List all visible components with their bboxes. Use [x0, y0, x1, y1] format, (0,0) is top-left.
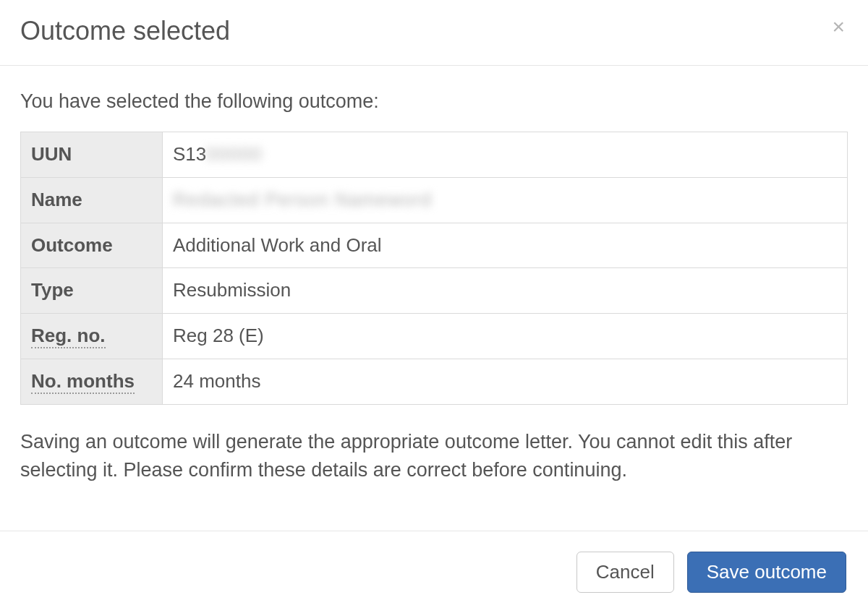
months-label: No. months [21, 359, 163, 404]
name-value: Redacted Person Nameword [163, 177, 848, 223]
outcome-value: Additional Work and Oral [163, 223, 848, 268]
uun-redacted: 00000 [206, 142, 262, 167]
close-icon[interactable]: × [829, 16, 848, 38]
months-value: 24 months [163, 359, 848, 404]
table-row: Reg. no. Reg 28 (E) [21, 314, 848, 359]
table-row: Type Resubmission [21, 268, 848, 314]
uun-label: UUN [21, 132, 163, 178]
modal-body: You have selected the following outcome:… [0, 66, 868, 492]
outcome-label: Outcome [21, 223, 163, 268]
table-row: No. months 24 months [21, 359, 848, 404]
table-row: UUN S1300000 [21, 132, 848, 178]
outcome-selected-modal: Outcome selected × You have selected the… [0, 0, 868, 600]
warning-text: Saving an outcome will generate the appr… [20, 428, 848, 484]
save-outcome-button[interactable]: Save outcome [687, 552, 846, 593]
name-redacted: Redacted Person Nameword [173, 188, 432, 213]
type-value: Resubmission [163, 268, 848, 314]
regno-value: Reg 28 (E) [163, 314, 848, 359]
table-row: Name Redacted Person Nameword [21, 177, 848, 223]
name-label: Name [21, 177, 163, 223]
uun-value: S1300000 [163, 132, 848, 178]
details-table: UUN S1300000 Name Redacted Person Namewo… [20, 132, 848, 405]
table-row: Outcome Additional Work and Oral [21, 223, 848, 268]
modal-title: Outcome selected [20, 16, 230, 46]
uun-prefix: S13 [173, 143, 206, 165]
regno-label: Reg. no. [21, 314, 163, 359]
modal-footer: Cancel Save outcome [0, 531, 868, 600]
type-label: Type [21, 268, 163, 314]
modal-header: Outcome selected × [0, 0, 868, 66]
cancel-button[interactable]: Cancel [576, 552, 674, 593]
intro-text: You have selected the following outcome: [20, 90, 848, 113]
